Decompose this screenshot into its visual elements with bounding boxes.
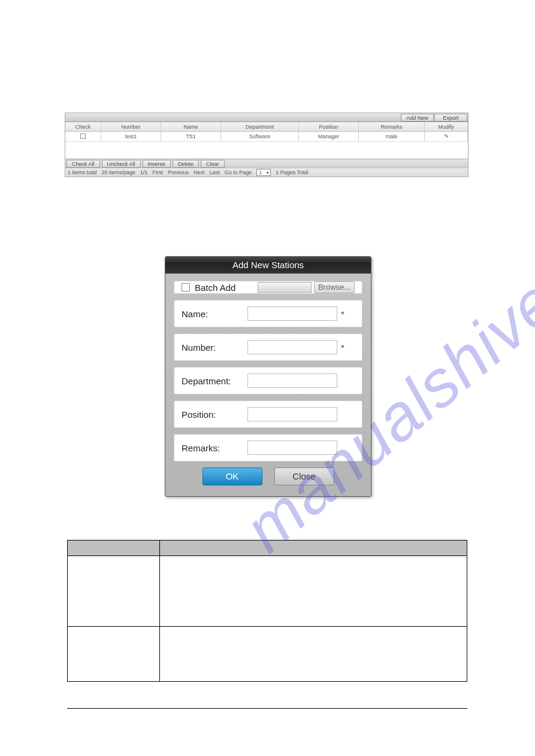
- required-marker: *: [341, 309, 344, 319]
- dialog-title: Add New Stations: [165, 257, 371, 274]
- page-of: 1/1: [140, 169, 148, 175]
- footer-rule: [67, 708, 467, 709]
- toolbar-bottom: Check All Uncheck All Inverse Delete Cle…: [65, 159, 468, 168]
- name-label: Name:: [182, 309, 247, 319]
- cell-modify: ✎: [425, 132, 468, 141]
- ok-button[interactable]: OK: [202, 467, 262, 485]
- pager-row: 1 items total 20 items/page 1/1 First Pr…: [65, 168, 468, 177]
- items-per-page: 20 items/page: [102, 169, 136, 175]
- header-modify: Modify: [425, 122, 468, 131]
- table-row: test1 TS1 Software Manager male ✎: [65, 132, 468, 142]
- form-row-department: Department:: [174, 367, 362, 394]
- param-cell-2-1: [68, 627, 160, 682]
- param-cell-2-2: [160, 627, 467, 682]
- page-select-value: 1: [259, 169, 262, 175]
- row-checkbox-cell: [65, 132, 101, 141]
- number-field[interactable]: [247, 340, 337, 354]
- department-field[interactable]: [247, 374, 337, 388]
- header-remarks: Remarks: [359, 122, 425, 131]
- required-marker: *: [341, 342, 344, 353]
- add-new-button[interactable]: Add New: [401, 114, 434, 122]
- toolbar-top: Add New Export: [65, 113, 468, 122]
- delete-button[interactable]: Delete: [173, 160, 199, 168]
- cell-name: TS1: [161, 132, 221, 141]
- browse-button[interactable]: Browse...: [314, 281, 355, 293]
- header-number: Number: [101, 122, 161, 131]
- pager-previous[interactable]: Previous: [168, 169, 189, 175]
- pager-next[interactable]: Next: [194, 169, 205, 175]
- parameter-table: [67, 540, 467, 682]
- form-row-remarks: Remarks:: [174, 434, 362, 462]
- form-row-batch: Batch Add Browse...: [174, 281, 362, 294]
- param-cell-1-2: [160, 556, 467, 627]
- pager-gotopage-label: Go to Page: [225, 169, 252, 175]
- form-row-position: Position:: [174, 400, 362, 428]
- cell-position: Manager: [299, 132, 359, 141]
- dialog-button-row: OK Close: [174, 467, 362, 485]
- header-position: Position: [299, 122, 359, 131]
- chevron-down-icon: ▼: [265, 171, 270, 175]
- clear-button[interactable]: Clear: [201, 160, 225, 168]
- row-checkbox[interactable]: [80, 133, 86, 139]
- cell-number: test1: [101, 132, 161, 141]
- add-station-dialog: Add New Stations Batch Add Browse... Nam…: [165, 256, 371, 497]
- name-field[interactable]: [247, 306, 337, 321]
- position-label: Position:: [182, 409, 247, 420]
- department-label: Department:: [182, 376, 247, 386]
- position-field[interactable]: [247, 407, 337, 421]
- grid-header-row: Check Number Name Department Position Re…: [65, 122, 468, 132]
- blank-row: [65, 142, 468, 159]
- cell-remarks: male: [359, 132, 425, 141]
- uncheck-all-button[interactable]: Uncheck All: [102, 160, 141, 168]
- pages-total: 1 Pages Total: [276, 169, 308, 175]
- items-total: 1 items total: [68, 169, 97, 175]
- close-button[interactable]: Close: [274, 467, 334, 485]
- batch-add-checkbox[interactable]: [182, 283, 190, 292]
- pager-last[interactable]: Last: [210, 169, 220, 175]
- number-label: Number:: [182, 342, 247, 353]
- page-select[interactable]: 1 ▼: [256, 169, 271, 176]
- edit-icon[interactable]: ✎: [444, 133, 449, 139]
- param-header-right: [160, 541, 467, 556]
- inverse-button[interactable]: Inverse: [143, 160, 171, 168]
- batch-add-label: Batch Add: [195, 283, 258, 293]
- check-all-button[interactable]: Check All: [67, 160, 100, 168]
- remarks-field[interactable]: [247, 441, 337, 455]
- pager-first[interactable]: First: [153, 169, 164, 175]
- file-path-input[interactable]: [258, 282, 312, 293]
- form-row-name: Name: *: [174, 300, 362, 327]
- header-department: Department: [221, 122, 299, 131]
- form-row-number: Number: *: [174, 333, 362, 361]
- cell-department: Software: [221, 132, 299, 141]
- header-check: Check: [65, 122, 101, 131]
- remarks-label: Remarks:: [182, 443, 247, 453]
- header-name: Name: [161, 122, 221, 131]
- param-header-left: [68, 541, 160, 556]
- stations-table-panel: Add New Export Check Number Name Departm…: [65, 113, 468, 177]
- param-cell-1-1: [68, 556, 160, 627]
- dialog-body: Batch Add Browse... Name: * Number: * De…: [165, 274, 371, 496]
- export-button[interactable]: Export: [434, 114, 467, 122]
